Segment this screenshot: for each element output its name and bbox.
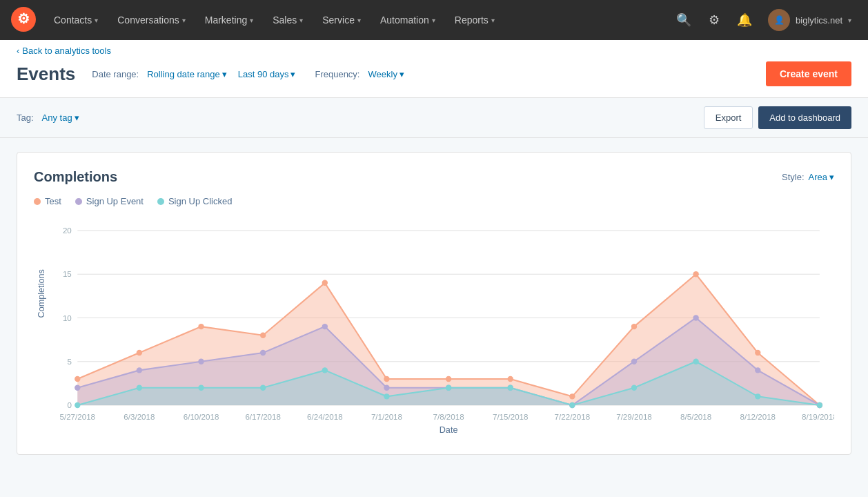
nav-item-contacts[interactable]: Contacts ▾	[44, 0, 108, 40]
signup-event-dot-1	[137, 367, 142, 373]
nav-item-reports[interactable]: Reports ▾	[445, 0, 504, 40]
ytick-0: 0	[67, 400, 71, 409]
style-label: Style:	[782, 172, 805, 182]
hubspot-logo[interactable]: ⚙	[11, 7, 36, 34]
signup-clicked-dot-4	[322, 367, 328, 373]
marketing-chevron-icon: ▾	[250, 17, 253, 24]
account-menu-button[interactable]: 👤 biglytics.net ▾	[762, 9, 857, 31]
frequency-dropdown[interactable]: Weekly ▾	[366, 68, 407, 81]
signup-clicked-dot-2	[198, 384, 204, 390]
add-to-dashboard-button[interactable]: Add to dashboard	[758, 106, 851, 129]
legend-item-signup-event: Sign Up Event	[75, 196, 144, 206]
xlabel-10: 8/5/2018	[680, 412, 711, 421]
test-dot-7	[508, 376, 513, 382]
legend-label-test: Test	[45, 196, 61, 206]
xlabel-2: 6/10/2018	[184, 412, 219, 421]
signup-event-dot-2	[198, 359, 204, 364]
xlabel-11: 8/12/2018	[740, 412, 776, 421]
test-dot-9	[631, 324, 637, 329]
tag-dropdown[interactable]: Any tag ▾	[39, 111, 82, 124]
legend-item-signup-clicked: Sign Up Clicked	[157, 196, 233, 206]
export-button[interactable]: Export	[704, 106, 753, 129]
nav-item-service[interactable]: Service ▾	[313, 0, 371, 40]
period-dropdown[interactable]: Last 90 days ▾	[235, 68, 299, 81]
test-dot-1	[137, 350, 142, 355]
xlabel-6: 7/8/2018	[433, 412, 464, 421]
xlabel-0: 5/27/2018	[59, 412, 95, 421]
signup-clicked-dot-12	[817, 402, 822, 408]
search-button[interactable]: 🔍	[671, 8, 696, 32]
signup-event-dot-4	[322, 324, 328, 329]
signup-clicked-dot-3	[260, 384, 266, 390]
signup-event-dot-9	[631, 359, 637, 364]
date-range-label: Date range:	[92, 69, 139, 79]
frequency-label: Frequency:	[315, 69, 359, 79]
chart-legend: Test Sign Up Event Sign Up Clicked	[34, 196, 834, 206]
signup-clicked-dot-5	[384, 393, 389, 399]
chart-svg-wrapper: Completions 20 15 10 5 0	[34, 215, 834, 438]
test-dot-0	[75, 376, 80, 382]
test-dot-11	[755, 350, 760, 355]
avatar: 👤	[768, 9, 790, 31]
frequency-chevron-icon: ▾	[400, 69, 404, 79]
x-axis-title: Date	[440, 425, 458, 435]
top-navigation: ⚙ Contacts ▾ Conversations ▾ Marketing ▾…	[0, 0, 868, 40]
chart-container: Completions Style: Area ▾ Test Sign Up E…	[17, 152, 851, 455]
signup-clicked-dot-7	[508, 384, 513, 390]
signup-clicked-dot-1	[137, 384, 142, 390]
signup-event-dot-5	[384, 384, 389, 390]
signup-event-dot-3	[260, 350, 266, 355]
style-dropdown[interactable]: Area ▾	[809, 172, 834, 182]
nav-items: Contacts ▾ Conversations ▾ Marketing ▾ S…	[44, 0, 671, 40]
signup-clicked-dot-6	[446, 384, 451, 390]
area-chart: Completions 20 15 10 5 0	[34, 215, 834, 436]
legend-item-test: Test	[34, 196, 61, 206]
toolbar: Tag: Any tag ▾ Export Add to dashboard	[0, 98, 868, 138]
period-chevron-icon: ▾	[290, 69, 295, 79]
svg-text:⚙: ⚙	[17, 11, 30, 26]
nav-item-marketing[interactable]: Marketing ▾	[195, 0, 263, 40]
conversations-chevron-icon: ▾	[182, 17, 186, 24]
nav-item-conversations[interactable]: Conversations ▾	[108, 0, 195, 40]
signup-event-dot-0	[75, 384, 80, 390]
ytick-20: 20	[63, 226, 72, 235]
settings-button[interactable]: ⚙	[702, 8, 727, 32]
automation-chevron-icon: ▾	[432, 17, 435, 24]
test-dot-5	[384, 376, 389, 382]
xlabel-9: 7/29/2018	[616, 412, 652, 421]
chart-title: Completions	[34, 169, 117, 185]
nav-item-automation[interactable]: Automation ▾	[371, 0, 445, 40]
create-event-button[interactable]: Create event	[766, 61, 851, 86]
nav-item-sales[interactable]: Sales ▾	[263, 0, 313, 40]
test-dot-6	[446, 376, 451, 382]
test-dot-8	[569, 393, 575, 399]
signup-clicked-dot-0	[75, 402, 80, 408]
service-chevron-icon: ▾	[357, 17, 361, 24]
page-header-row: Events Date range: Rolling date range ▾ …	[17, 61, 851, 86]
filter-group: Date range: Rolling date range ▾ Last 90…	[92, 68, 407, 81]
legend-dot-signup-event	[75, 198, 82, 205]
signup-event-dot-11	[755, 367, 760, 373]
ytick-15: 15	[63, 269, 72, 278]
tag-label: Tag:	[17, 113, 34, 123]
reports-chevron-icon: ▾	[491, 17, 495, 24]
contacts-chevron-icon: ▾	[95, 17, 98, 24]
ytick-5: 5	[67, 357, 71, 366]
date-range-chevron-icon: ▾	[222, 69, 227, 79]
xlabel-5: 7/1/2018	[371, 412, 402, 421]
xlabel-7: 7/15/2018	[493, 412, 529, 421]
test-dot-2	[198, 324, 204, 329]
style-selector: Style: Area ▾	[782, 172, 834, 182]
nav-right-icons: 🔍 ⚙ 🔔 👤 biglytics.net ▾	[671, 8, 857, 32]
ytick-10: 10	[63, 313, 72, 322]
toolbar-right: Export Add to dashboard	[704, 106, 851, 129]
signup-clicked-dot-10	[693, 359, 698, 364]
notifications-button[interactable]: 🔔	[732, 8, 757, 32]
legend-label-signup-clicked: Sign Up Clicked	[168, 196, 233, 206]
date-range-dropdown[interactable]: Rolling date range ▾	[144, 68, 230, 81]
back-link[interactable]: ‹ Back to analytics tools	[17, 46, 851, 56]
account-chevron-icon: ▾	[848, 17, 851, 24]
tag-chevron-icon: ▾	[75, 113, 79, 123]
signup-clicked-dot-8	[569, 402, 575, 408]
legend-dot-test	[34, 198, 41, 205]
